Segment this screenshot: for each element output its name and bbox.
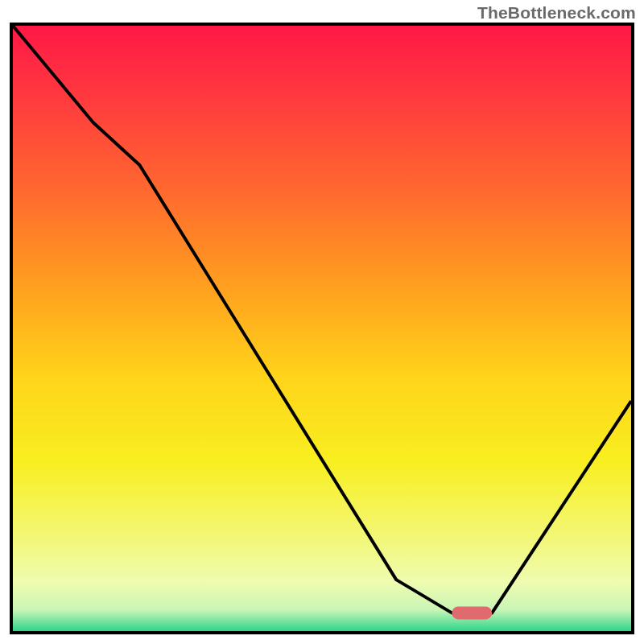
bottleneck-chart <box>0 0 644 644</box>
optimal-range-marker <box>452 606 492 619</box>
attribution-label: TheBottleneck.com <box>477 3 636 23</box>
chart-container: TheBottleneck.com <box>0 0 644 644</box>
